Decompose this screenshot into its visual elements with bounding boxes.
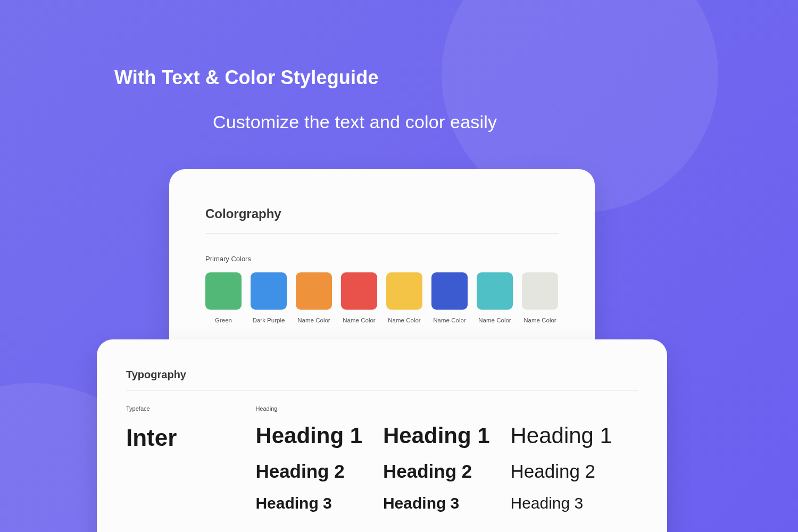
swatch-item: Name Color <box>296 272 332 323</box>
heading-label-spacer <box>383 405 511 412</box>
heading-stack: Heading 1 Heading 2 Heading 3 <box>383 425 511 511</box>
swatch-dark-purple <box>251 272 287 310</box>
heading-stack: Heading 1 Heading 2 Heading 3 <box>510 425 638 511</box>
divider <box>205 233 559 234</box>
swatch-label: Dark Purple <box>253 317 285 323</box>
typeface-column: Typeface Inter <box>126 405 255 511</box>
swatch-label: Name Color <box>343 317 375 323</box>
swatch-label: Green <box>215 317 232 323</box>
colorgraphy-title: Colorgraphy <box>205 206 559 221</box>
swatch-item: Name Color <box>522 272 558 323</box>
heading-label: Heading <box>255 405 383 412</box>
swatch-green <box>205 272 242 310</box>
heading-column-black: Heading Heading 1 Heading 2 Heading 3 <box>255 405 383 511</box>
heading-3-regular: Heading 3 <box>510 495 638 511</box>
heading-stack: Heading 1 Heading 2 Heading 3 <box>255 425 383 511</box>
page-title: With Text & Color Styleguide <box>114 66 379 89</box>
swatch-teal <box>477 272 513 310</box>
heading-3-black: Heading 3 <box>255 495 383 511</box>
typography-card: Typography Typeface Inter Heading Headin… <box>97 339 667 532</box>
swatch-label: Name Color <box>433 317 466 323</box>
swatch-item: Name Color <box>431 272 468 323</box>
heading-1-bold: Heading 1 <box>383 425 511 447</box>
heading-2-regular: Heading 2 <box>510 462 638 480</box>
swatch-item: Name Color <box>341 272 377 323</box>
swatch-orange <box>296 272 332 310</box>
swatch-item: Green <box>205 272 242 323</box>
page-subtitle: Customize the text and color easily <box>213 112 497 132</box>
divider <box>126 390 638 390</box>
swatch-item: Name Color <box>477 272 513 323</box>
heading-2-black: Heading 2 <box>255 462 383 480</box>
swatch-label: Name Color <box>478 317 511 323</box>
typography-grid: Typeface Inter Heading Heading 1 Heading… <box>126 405 638 511</box>
heading-2-bold: Heading 2 <box>383 462 511 480</box>
swatch-gray <box>522 272 558 310</box>
heading-3-bold: Heading 3 <box>383 495 511 511</box>
swatch-label: Name Color <box>388 317 420 323</box>
heading-column-bold: Heading 1 Heading 2 Heading 3 <box>383 405 511 511</box>
typography-title: Typography <box>126 369 638 381</box>
swatch-label: Name Color <box>523 317 556 323</box>
typeface-label: Typeface <box>126 405 255 412</box>
colorgraphy-card: Colorgraphy Primary Colors Green Dark Pu… <box>169 169 595 339</box>
swatch-label: Name Color <box>297 317 330 323</box>
typeface-name: Inter <box>126 425 255 451</box>
swatch-yellow <box>386 272 422 310</box>
swatch-item: Name Color <box>386 272 422 323</box>
heading-1-black: Heading 1 <box>255 425 383 447</box>
swatch-item: Dark Purple <box>251 272 287 323</box>
swatch-red <box>341 272 377 310</box>
swatch-blue <box>431 272 468 310</box>
primary-colors-label: Primary Colors <box>205 255 559 263</box>
heading-column-regular: Heading 1 Heading 2 Heading 3 <box>510 405 638 511</box>
heading-1-regular: Heading 1 <box>510 425 638 447</box>
swatches-row: Green Dark Purple Name Color Name Color … <box>205 272 559 323</box>
heading-label-spacer <box>510 405 638 412</box>
